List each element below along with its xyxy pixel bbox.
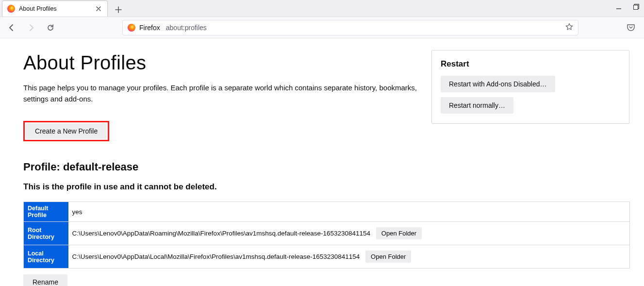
restart-normally-button[interactable]: Restart normally… [441,97,513,114]
default-profile-label: Default Profile [24,202,68,222]
table-row: Local Directory C:\Users\Lenov0\AppData\… [24,245,630,269]
open-local-folder-button[interactable]: Open Folder [365,251,411,263]
firefox-icon [128,24,135,32]
root-directory-value: C:\Users\Lenov0\AppData\Roaming\Mozilla\… [72,230,371,237]
rename-button[interactable]: Rename [23,274,67,286]
restart-addons-disabled-button[interactable]: Restart with Add-ons Disabled… [441,76,555,92]
url-bar[interactable]: Firefox [122,20,578,35]
browser-tab[interactable]: About Profiles [2,0,108,17]
url-brand: Firefox [139,24,160,32]
create-profile-highlight: Create a New Profile [23,121,109,141]
toolbar: Firefox [0,17,644,38]
profile-table: Default Profile yes Root Directory C:\Us… [23,202,630,269]
page-content: About Profiles This page helps you to ma… [0,38,644,286]
tab-bar: About Profiles [0,0,644,17]
default-profile-value: yes [68,202,630,222]
profile-name: default-release [63,161,138,173]
reload-button[interactable] [44,21,57,34]
table-row: Root Directory C:\Users\Lenov0\AppData\R… [24,222,630,245]
profile-in-use-text: This is the profile in use and it cannot… [23,182,644,192]
open-root-folder-button[interactable]: Open Folder [376,227,422,239]
svg-rect-1 [634,5,638,10]
restart-panel: Restart Restart with Add-ons Disabled… R… [431,50,629,124]
page-description: This page helps you to manage your profi… [23,83,421,104]
restart-heading: Restart [441,59,620,69]
minimize-icon[interactable] [615,3,623,11]
back-button[interactable] [5,21,18,34]
bookmark-star-icon[interactable] [565,23,573,33]
close-icon[interactable] [95,5,102,13]
new-tab-button[interactable] [112,3,125,17]
create-profile-button[interactable]: Create a New Profile [26,123,107,139]
address-input[interactable] [166,24,561,32]
root-directory-label: Root Directory [24,222,68,245]
local-directory-label: Local Directory [24,245,68,269]
window-controls [615,3,640,11]
local-directory-value: C:\Users\Lenov0\AppData\Local\Mozilla\Fi… [72,253,360,260]
profile-heading: Profile: default-release [23,161,644,173]
restore-icon[interactable] [632,3,640,11]
pocket-icon[interactable] [627,23,635,32]
table-row: Default Profile yes [24,202,630,222]
firefox-icon [7,5,15,13]
forward-button[interactable] [24,21,38,34]
profile-label-prefix: Profile: [23,161,63,173]
tab-title: About Profiles [19,5,95,12]
